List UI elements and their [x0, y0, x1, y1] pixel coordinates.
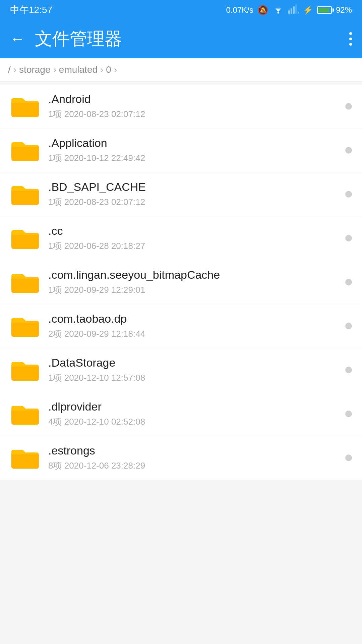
folder-icon [10, 138, 40, 162]
signal-icon: x [288, 4, 299, 16]
file-info: .com.lingan.seeyou_bitmapCache 1项 2020-0… [48, 268, 337, 296]
file-meta: 2项 2020-09-29 12:18:44 [48, 328, 337, 340]
file-list: .Android 1项 2020-08-23 02:07:12 .Applica… [0, 85, 362, 480]
app-bar: ← 文件管理器 [0, 20, 362, 58]
file-name: .Android [48, 93, 337, 106]
file-meta: 1项 2020-12-10 12:57:08 [48, 372, 337, 384]
svg-rect-3 [293, 6, 295, 14]
svg-rect-2 [291, 8, 292, 14]
dot1 [349, 32, 352, 35]
file-select-dot[interactable] [345, 191, 352, 198]
status-icons: 0.07K/s 🔕 x ⚡ [226, 4, 352, 16]
file-meta: 4项 2020-12-10 02:52:08 [48, 416, 337, 428]
file-info: .Android 1项 2020-08-23 02:07:12 [48, 93, 337, 120]
folder-icon [10, 94, 40, 118]
status-time: 中午12:57 [10, 4, 52, 16]
file-info: .estrongs 8项 2020-12-06 23:28:29 [48, 444, 337, 472]
breadcrumb-emulated[interactable]: emulated [59, 64, 98, 75]
file-meta: 1项 2020-10-12 22:49:42 [48, 152, 337, 164]
battery-level: 92% [336, 5, 352, 15]
folder-icon [10, 314, 40, 338]
list-item[interactable]: .DataStorage 1项 2020-12-10 12:57:08 [0, 348, 362, 392]
file-select-dot[interactable] [345, 367, 352, 373]
charging-icon: ⚡ [303, 5, 313, 15]
status-bar: 中午12:57 0.07K/s 🔕 x ⚡ [0, 0, 362, 20]
file-select-dot[interactable] [345, 411, 352, 417]
dot2 [349, 38, 352, 40]
file-name: .BD_SAPI_CACHE [48, 180, 337, 194]
app-bar-left: ← 文件管理器 [10, 27, 122, 51]
folder-icon [10, 358, 40, 382]
wifi-icon [272, 4, 284, 16]
file-name: .com.lingan.seeyou_bitmapCache [48, 268, 337, 281]
list-item[interactable]: .com.lingan.seeyou_bitmapCache 1项 2020-0… [0, 260, 362, 304]
svg-rect-4 [295, 4, 297, 14]
file-info: .com.taobao.dp 2项 2020-09-29 12:18:44 [48, 312, 337, 340]
file-select-dot[interactable] [345, 323, 352, 329]
file-meta: 1项 2020-06-28 20:18:27 [48, 240, 337, 252]
file-name: .DataStorage [48, 356, 337, 369]
file-meta: 1项 2020-09-29 12:29:01 [48, 284, 337, 296]
list-item[interactable]: .estrongs 8项 2020-12-06 23:28:29 [0, 436, 362, 480]
file-name: .com.taobao.dp [48, 312, 337, 325]
file-select-dot[interactable] [345, 147, 352, 154]
list-item[interactable]: .Application 1项 2020-10-12 22:49:42 [0, 128, 362, 172]
dot3 [349, 43, 352, 46]
sep1: › [13, 64, 16, 75]
file-select-dot[interactable] [345, 454, 352, 461]
breadcrumb-root[interactable]: / [8, 64, 11, 75]
folder-icon [10, 270, 40, 294]
app-bar-title: 文件管理器 [35, 27, 122, 51]
svg-rect-1 [288, 10, 290, 14]
file-info: .dlprovider 4项 2020-12-10 02:52:08 [48, 400, 337, 428]
file-meta: 1项 2020-08-23 02:07:12 [48, 108, 337, 120]
battery-icon [317, 6, 334, 14]
folder-icon [10, 182, 40, 206]
file-meta: 1项 2020-08-23 02:07:12 [48, 196, 337, 208]
file-meta: 8项 2020-12-06 23:28:29 [48, 460, 337, 472]
file-info: .BD_SAPI_CACHE 1项 2020-08-23 02:07:12 [48, 180, 337, 208]
file-info: .Application 1项 2020-10-12 22:49:42 [48, 137, 337, 164]
file-name: .Application [48, 137, 337, 150]
mute-icon: 🔕 [257, 5, 268, 15]
sep3: › [100, 64, 103, 75]
network-speed: 0.07K/s [226, 5, 253, 15]
svg-text:x: x [297, 10, 299, 14]
folder-icon [10, 402, 40, 426]
file-info: .DataStorage 1项 2020-12-10 12:57:08 [48, 356, 337, 384]
file-info: .cc 1项 2020-06-28 20:18:27 [48, 224, 337, 252]
svg-point-0 [277, 12, 279, 14]
file-select-dot[interactable] [345, 103, 352, 110]
list-item[interactable]: .cc 1项 2020-06-28 20:18:27 [0, 216, 362, 260]
breadcrumb-storage[interactable]: storage [19, 64, 50, 75]
file-select-dot[interactable] [345, 279, 352, 285]
list-item[interactable]: .com.taobao.dp 2项 2020-09-29 12:18:44 [0, 304, 362, 348]
list-item[interactable]: .Android 1项 2020-08-23 02:07:12 [0, 85, 362, 128]
breadcrumb: / › storage › emulated › 0 › [0, 58, 362, 82]
folder-icon [10, 226, 40, 250]
file-name: .cc [48, 224, 337, 237]
folder-icon [10, 446, 40, 470]
file-name: .dlprovider [48, 400, 337, 413]
more-button[interactable] [349, 32, 352, 46]
list-item[interactable]: .BD_SAPI_CACHE 1项 2020-08-23 02:07:12 [0, 172, 362, 216]
back-button[interactable]: ← [10, 31, 25, 47]
sep2: › [53, 64, 56, 75]
file-name: .estrongs [48, 444, 337, 457]
breadcrumb-0[interactable]: 0 [106, 64, 111, 75]
battery-container: 92% [317, 5, 352, 15]
file-select-dot[interactable] [345, 235, 352, 241]
list-item[interactable]: .dlprovider 4项 2020-12-10 02:52:08 [0, 392, 362, 436]
sep4: › [114, 64, 117, 75]
